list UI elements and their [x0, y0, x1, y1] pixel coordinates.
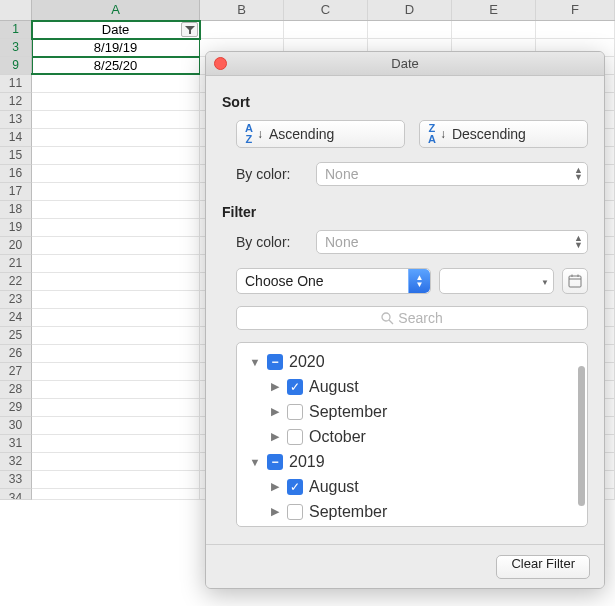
cell[interactable]: [32, 363, 200, 381]
row-header[interactable]: 27: [0, 363, 32, 381]
cell[interactable]: [32, 309, 200, 327]
col-header-f[interactable]: F: [536, 0, 615, 20]
cell[interactable]: 8/19/19: [32, 39, 200, 57]
disclosure-down-icon[interactable]: ▼: [249, 356, 261, 368]
cell[interactable]: [32, 453, 200, 471]
row-header[interactable]: 29: [0, 399, 32, 417]
checkbox[interactable]: [287, 404, 303, 420]
checkbox[interactable]: ✓: [287, 379, 303, 395]
cell[interactable]: [200, 21, 284, 39]
sort-ascending-button[interactable]: AZ ↓ Ascending: [236, 120, 405, 148]
disclosure-down-icon[interactable]: ▼: [249, 456, 261, 468]
row-header[interactable]: 12: [0, 93, 32, 111]
row-header[interactable]: 31: [0, 435, 32, 453]
row-header[interactable]: 33: [0, 471, 32, 489]
cell[interactable]: [32, 129, 200, 147]
tree-node[interactable]: ▶October: [241, 524, 583, 527]
checkbox[interactable]: −: [267, 454, 283, 470]
checkbox[interactable]: ✓: [287, 479, 303, 495]
select-all-corner[interactable]: [0, 0, 32, 20]
cell[interactable]: 8/25/20: [32, 57, 200, 75]
cell[interactable]: [32, 489, 200, 500]
tree-node[interactable]: ▶September: [241, 399, 583, 424]
tree-node[interactable]: ▼−2020: [241, 349, 583, 374]
cell[interactable]: [32, 183, 200, 201]
sort-descending-button[interactable]: ZA ↓ Descending: [419, 120, 588, 148]
sort-by-color-select[interactable]: None ▲▼: [316, 162, 588, 186]
row-header[interactable]: 20: [0, 237, 32, 255]
clear-filter-button[interactable]: Clear Filter: [496, 555, 590, 579]
disclosure-right-icon[interactable]: ▶: [269, 480, 281, 493]
col-header-c[interactable]: C: [284, 0, 368, 20]
cell[interactable]: [32, 291, 200, 309]
cell[interactable]: [368, 21, 452, 39]
close-icon[interactable]: [214, 57, 227, 70]
cell[interactable]: [32, 147, 200, 165]
row-header[interactable]: 18: [0, 201, 32, 219]
tree-node[interactable]: ▼−2019: [241, 449, 583, 474]
row-header[interactable]: 11: [0, 75, 32, 93]
row-header[interactable]: 24: [0, 309, 32, 327]
row-header[interactable]: 13: [0, 111, 32, 129]
filter-value-input[interactable]: ▼: [439, 268, 554, 294]
cell[interactable]: [32, 165, 200, 183]
cell[interactable]: Date: [32, 21, 200, 39]
disclosure-right-icon[interactable]: ▶: [269, 505, 281, 518]
row-header[interactable]: 22: [0, 273, 32, 291]
col-header-d[interactable]: D: [368, 0, 452, 20]
disclosure-right-icon[interactable]: ▶: [269, 405, 281, 418]
date-picker-button[interactable]: [562, 268, 588, 294]
row-header[interactable]: 9: [0, 57, 32, 75]
row-header[interactable]: 23: [0, 291, 32, 309]
cell[interactable]: [32, 237, 200, 255]
col-header-a[interactable]: A: [32, 0, 200, 20]
cell[interactable]: [32, 255, 200, 273]
col-header-e[interactable]: E: [452, 0, 536, 20]
row-header[interactable]: 19: [0, 219, 32, 237]
col-header-b[interactable]: B: [200, 0, 284, 20]
row-header[interactable]: 17: [0, 183, 32, 201]
row-header[interactable]: 3: [0, 39, 32, 57]
scrollbar[interactable]: [578, 366, 585, 506]
cell[interactable]: [32, 471, 200, 489]
checkbox[interactable]: [287, 429, 303, 445]
cell[interactable]: [32, 381, 200, 399]
row-header[interactable]: 34: [0, 489, 32, 500]
popup-titlebar[interactable]: Date: [206, 52, 604, 76]
filter-condition-select[interactable]: Choose One ▲▼: [236, 268, 431, 294]
row-header[interactable]: 30: [0, 417, 32, 435]
row-header[interactable]: 25: [0, 327, 32, 345]
row-header[interactable]: 32: [0, 453, 32, 471]
filter-search-input[interactable]: Search: [236, 306, 588, 330]
cell[interactable]: [536, 21, 615, 39]
cell[interactable]: [32, 417, 200, 435]
filter-dropdown-button[interactable]: [181, 22, 198, 37]
row-header[interactable]: 1: [0, 21, 32, 39]
disclosure-right-icon[interactable]: ▶: [269, 430, 281, 443]
row-header[interactable]: 21: [0, 255, 32, 273]
row-header[interactable]: 15: [0, 147, 32, 165]
cell[interactable]: [32, 201, 200, 219]
cell[interactable]: [32, 93, 200, 111]
cell[interactable]: [452, 21, 536, 39]
row-header[interactable]: 14: [0, 129, 32, 147]
cell[interactable]: [32, 75, 200, 93]
row-header[interactable]: 16: [0, 165, 32, 183]
cell[interactable]: [32, 345, 200, 363]
tree-node[interactable]: ▶✓August: [241, 374, 583, 399]
checkbox[interactable]: −: [267, 354, 283, 370]
row-header[interactable]: 26: [0, 345, 32, 363]
cell[interactable]: [32, 219, 200, 237]
cell[interactable]: [32, 273, 200, 291]
filter-by-color-select[interactable]: None ▲▼: [316, 230, 588, 254]
tree-node[interactable]: ▶September: [241, 499, 583, 524]
cell[interactable]: [32, 327, 200, 345]
checkbox[interactable]: [287, 504, 303, 520]
cell[interactable]: [32, 435, 200, 453]
tree-node[interactable]: ▶✓August: [241, 474, 583, 499]
cell[interactable]: [284, 21, 368, 39]
cell[interactable]: [32, 399, 200, 417]
row-header[interactable]: 28: [0, 381, 32, 399]
tree-node[interactable]: ▶October: [241, 424, 583, 449]
cell[interactable]: [32, 111, 200, 129]
